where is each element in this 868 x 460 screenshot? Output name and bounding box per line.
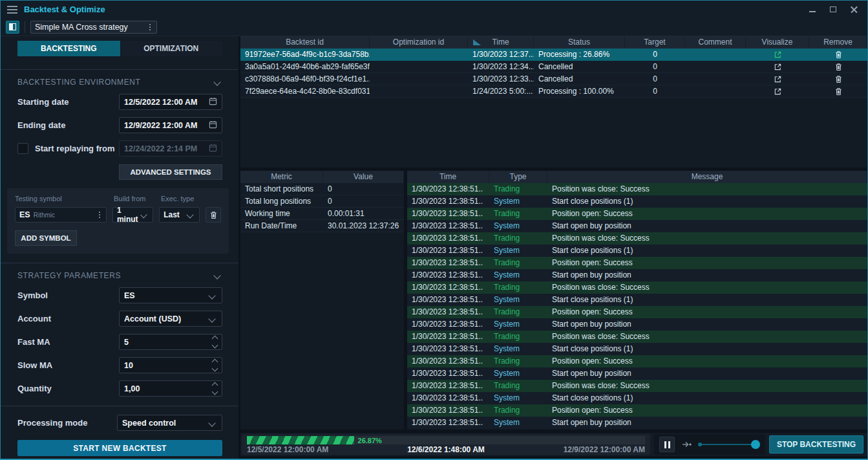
starting-date-field[interactable]: 12/5/2022 12:00 AM [119, 94, 222, 110]
start-replaying-checkbox[interactable] [17, 143, 28, 154]
symbol-param-select[interactable]: ES [119, 287, 222, 303]
hamburger-menu-icon[interactable] [7, 6, 17, 14]
toolbar: Simple MA Cross strategy [1, 18, 867, 36]
kebab-menu-icon[interactable] [97, 212, 102, 218]
column-header-optimization-id[interactable]: Optimization id [370, 36, 468, 49]
log-row: 1/30/2023 12:38:51..TradingPosition open… [407, 257, 867, 269]
ending-date-field[interactable]: 12/9/2022 12:00 AM [119, 117, 222, 133]
environment-section-title: BACKTESTING ENVIRONMENT [17, 78, 140, 87]
log-message-cell: Start close positions (1) [547, 245, 867, 257]
step-forward-button[interactable] [679, 437, 694, 452]
column-header-value[interactable]: Value [323, 171, 404, 183]
stepper-arrows-icon[interactable] [213, 360, 217, 371]
remove-symbol-button[interactable] [206, 207, 221, 223]
calendar-icon[interactable] [209, 120, 217, 131]
kebab-menu-icon[interactable] [147, 24, 153, 30]
processing-mode-select[interactable]: Speed control [117, 415, 222, 431]
fast-ma-label: Fast MA [17, 337, 50, 347]
progress-start-date: 12/5/2022 12:00:00 AM [247, 445, 328, 454]
visualize-button[interactable] [774, 75, 782, 83]
build-from-select[interactable]: 1 minut [112, 207, 153, 223]
log-message-cell: Start open buy position [547, 318, 867, 331]
log-row: 1/30/2023 12:38:51..SystemStart close po… [407, 392, 867, 404]
column-header-time[interactable]: Time [407, 171, 489, 183]
log-type-cell: System [489, 392, 547, 404]
external-link-icon [774, 63, 782, 71]
column-header-message[interactable]: Message [547, 171, 867, 183]
slider-min-dot [698, 443, 702, 446]
maximize-button[interactable] [826, 4, 840, 16]
metric-row: Run Date/Time30.01.2023 12:37:26 [240, 220, 404, 232]
log-type-cell: System [489, 220, 547, 232]
tab-optimization[interactable]: OPTIMIZATION [120, 41, 223, 56]
remove-button[interactable] [834, 75, 843, 83]
column-header-time[interactable]: Time [468, 36, 534, 49]
status-cell: Cancelled [534, 61, 625, 72]
trash-icon [834, 87, 843, 96]
visualize-button[interactable] [774, 50, 782, 59]
remove-button[interactable] [834, 50, 843, 59]
column-header-comment[interactable]: Comment [685, 36, 746, 49]
fast-ma-stepper[interactable]: 5 [119, 334, 222, 350]
app-title: Backtest & Optimize [24, 5, 105, 14]
close-button[interactable] [847, 4, 861, 16]
stepper-arrows-icon[interactable] [213, 336, 217, 347]
column-header-type[interactable]: Type [489, 171, 547, 183]
log-type-cell: Trading [489, 257, 547, 269]
log-time-cell: 1/30/2023 12:38:51.. [407, 281, 489, 294]
remove-cell [809, 73, 867, 85]
log-row: 1/30/2023 12:38:51..TradingPosition was … [407, 380, 867, 392]
table-row[interactable]: 91972ee7-56ad-4f9c-b1c9-3da758b...1/30/2… [240, 49, 867, 61]
stepper-arrows-icon[interactable] [213, 383, 217, 394]
quantity-stepper[interactable]: 1,00 [119, 380, 222, 397]
slow-ma-stepper[interactable]: 10 [119, 357, 222, 373]
backtests-table-header: Backtest idOptimization idTimeStatusTarg… [240, 36, 867, 49]
exec-type-select[interactable]: Last [159, 207, 200, 223]
chevron-down-icon[interactable] [213, 78, 220, 85]
title-bar: Backtest & Optimize [1, 1, 867, 18]
table-row[interactable]: c307888d-06a9-46f0-bf39-f24cf1e1...1/30/… [240, 73, 867, 85]
step-forward-icon [681, 439, 692, 450]
advanced-settings-button[interactable]: ADVANCED SETTINGS [119, 164, 222, 180]
pause-button[interactable] [659, 437, 675, 452]
calendar-icon[interactable] [209, 97, 217, 107]
strategy-selector[interactable]: Simple MA Cross strategy [30, 21, 157, 34]
tab-backtesting[interactable]: BACKTESTING [17, 41, 120, 56]
log-type-cell: Trading [489, 404, 547, 417]
log-message-cell: Position was close: Success [547, 183, 867, 195]
speed-slider[interactable] [698, 437, 760, 452]
add-symbol-button[interactable]: ADD SYMBOL [15, 230, 77, 246]
column-header-target[interactable]: Target [625, 36, 685, 49]
start-new-backtest-button[interactable]: START NEW BACKTEST [17, 440, 222, 456]
column-header-metric[interactable]: Metric [240, 171, 323, 183]
slider-thumb[interactable] [751, 440, 760, 449]
symbol-code: ES [19, 210, 30, 219]
visualize-button[interactable] [774, 63, 782, 71]
strategy-parameters-section: STRATEGY PARAMETERS Symbol ES Account Ac… [1, 263, 238, 397]
table-row[interactable]: 7f29aece-64ea-4c42-8b0e-83cdf031...1/24/… [240, 85, 867, 98]
account-select[interactable]: Account (USD) [119, 311, 222, 327]
fast-ma-value: 5 [124, 338, 129, 347]
column-header-remove[interactable]: Remove [809, 36, 867, 49]
remove-button[interactable] [834, 87, 843, 96]
optimization-id-cell [370, 85, 468, 97]
remove-button[interactable] [834, 63, 843, 71]
target-cell: 0 [625, 49, 685, 60]
panel-toggle-button[interactable] [6, 21, 19, 34]
optimization-id-cell [370, 49, 468, 60]
progress-fill [247, 436, 354, 444]
column-header-status[interactable]: Status [534, 36, 625, 49]
minimize-button[interactable] [805, 4, 820, 16]
target-cell: 0 [625, 61, 685, 72]
time-cell: 1/30/2023 12:34... [468, 61, 534, 72]
column-header-visualize[interactable]: Visualize [746, 36, 809, 49]
backtesting-environment-section: BACKTESTING ENVIRONMENT Starting date 12… [1, 69, 238, 180]
parameters-section-title: STRATEGY PARAMETERS [17, 271, 121, 280]
testing-symbol-field[interactable]: ES Rithmic [15, 207, 107, 223]
visualize-button[interactable] [774, 87, 782, 96]
chevron-down-icon[interactable] [213, 272, 220, 279]
table-row[interactable]: 3a0a5a01-24d9-40b6-ab29-faf65e3f...1/30/… [240, 61, 867, 73]
column-header-backtest-id[interactable]: Backtest id [240, 36, 370, 49]
slow-ma-value: 10 [124, 361, 133, 370]
stop-backtesting-button[interactable]: STOP BACKTESTING [769, 435, 863, 454]
